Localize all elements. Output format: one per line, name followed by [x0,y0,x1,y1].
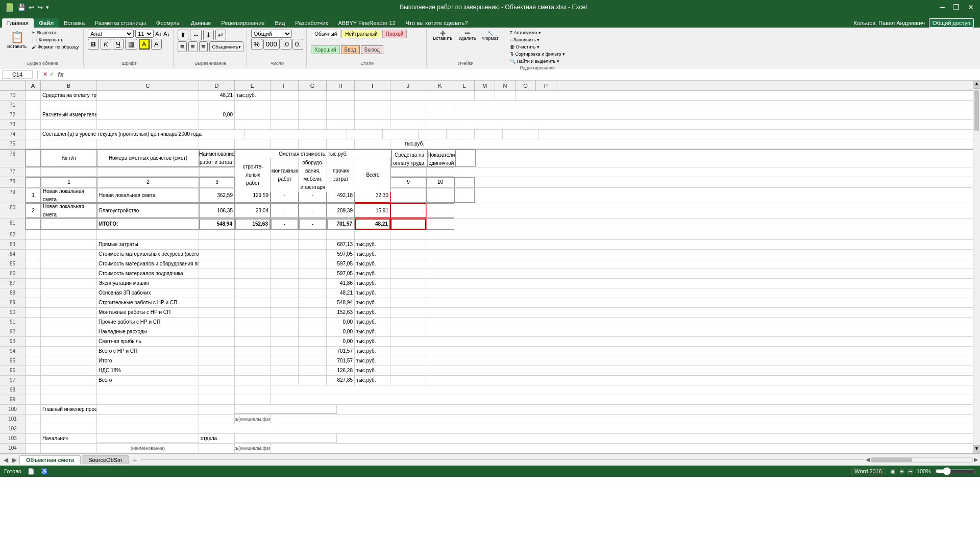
decrease-decimal-button[interactable]: 0. [292,39,303,50]
col-header-O[interactable]: O [516,81,536,90]
cell-D72[interactable]: 0,00 [199,110,235,119]
cell-H89[interactable]: 548,94 [327,298,355,307]
find-select-button[interactable]: 🔍 Найти и выделить ▾ [508,58,561,64]
close-btn[interactable]: ✕ [966,3,976,11]
col-header-H[interactable]: H [327,81,355,90]
select-all-button[interactable] [0,81,26,90]
cell-header-sredstva[interactable]: Средства на оплату труда, тыс. руб. [391,150,427,167]
decrease-font-icon[interactable]: A↓ [163,31,170,37]
cell-C72[interactable] [97,110,199,119]
hscroll-right-btn[interactable]: ▶ [974,456,978,463]
rows-scroll[interactable]: A B C D E F G H I J K L M N O P 70 Средс… [0,81,973,453]
cell-E80[interactable]: 23,04 [235,203,271,218]
cell-C80[interactable]: Благоустройство [97,203,199,218]
cell-H85[interactable]: 597,05 [327,259,355,269]
cell-F70[interactable] [271,91,299,100]
cell-D81[interactable]: 548,94 [199,218,235,230]
zoom-slider[interactable] [935,467,976,475]
cell-header-smeta[interactable]: Номера сметных расчетов (смет) [97,150,199,167]
format-painter-button[interactable]: 🖌 Формат по образцу [30,44,80,50]
cell-K70[interactable] [426,91,454,100]
increase-decimal-button[interactable]: .0 [281,39,291,50]
cell-I87[interactable]: тыс.руб. [355,279,390,288]
cell-B100[interactable]: Главный инженер проекта [41,405,97,414]
tab-home[interactable]: Главная [2,18,34,28]
style-output[interactable]: Вывод [361,45,383,54]
col-header-L[interactable]: L [454,81,475,90]
cell-I93[interactable]: тыс.руб. [355,337,390,346]
cell-C95[interactable]: Итого [97,356,199,366]
cell-header-oborudo[interactable]: оборудо-вания,мебели,инвентаря [299,158,327,192]
cell-I95[interactable]: тыс.руб. [355,356,390,366]
cell-D71[interactable] [199,101,235,110]
cell-I70[interactable] [355,91,390,100]
cell-I96[interactable]: тыс.руб. [355,366,390,375]
cell-N70[interactable] [495,91,516,100]
cell-G70[interactable] [299,91,327,100]
cell-D103[interactable]: отдела [199,434,235,443]
cell-H97[interactable]: 827,85 [327,376,355,385]
horizontal-scrollbar[interactable] [871,457,973,463]
cell-J79[interactable] [390,188,426,203]
cell-H81[interactable]: 701,57 [327,218,355,230]
cell-I80[interactable]: 15,91 [355,203,390,218]
cell-C81[interactable]: ИТОГО: [97,218,199,230]
cell-A70[interactable] [26,91,41,100]
sheet-tab-sourceobsm[interactable]: SourceObSm [82,455,129,464]
cell-D78[interactable]: 3 [199,177,235,187]
scroll-track[interactable] [973,89,980,445]
tab-view[interactable]: Вид [270,18,290,28]
cell-M70[interactable] [475,91,495,100]
cell-I71[interactable] [355,101,390,110]
insert-cells-button[interactable]: ➕ Вставить [431,30,454,42]
align-top-button[interactable]: ⬆ [178,30,188,40]
cell-G71[interactable] [299,101,327,110]
cell-A71[interactable] [26,101,41,110]
cell-E70[interactable]: тыс.руб. [235,91,271,100]
add-sheet-button[interactable]: + [130,455,140,465]
cell-C79[interactable]: Новая локальная смета [97,188,199,203]
cell-A72[interactable] [26,110,41,119]
cell-J78[interactable]: 9 [390,177,426,187]
cell-C89[interactable]: Строительные работы с НР и СП [97,298,199,307]
font-color-button[interactable]: А [151,39,162,50]
cell-J71[interactable] [390,101,426,110]
minimize-btn[interactable]: ─ [938,3,947,11]
sheet-tab-objectnaya[interactable]: Объектная смета [19,455,81,465]
vertical-scrollbar[interactable]: ▲ ▼ [973,81,980,453]
cell-H71[interactable] [327,101,355,110]
cell-E101[interactable]: [подпись(инициалы,фамилия)] [235,415,271,424]
cell-I89[interactable]: тыс.руб. [355,298,390,307]
cell-C83[interactable]: Прямые затраты [97,240,199,249]
cell-header-vsego[interactable]: Всего [355,158,391,192]
cell-F81[interactable]: - [271,218,299,230]
cell-H90[interactable]: 152,63 [327,308,355,317]
cell-header-prochie[interactable]: прочихзатрат [327,158,355,192]
fill-button[interactable]: ↓ Заполнить ▾ [508,37,542,43]
cell-H92[interactable]: 0,00 [327,327,355,336]
cell-G72[interactable] [299,110,327,119]
align-middle-button[interactable]: ↔ [190,30,202,40]
cell-H87[interactable]: 41,86 [327,279,355,288]
col-header-M[interactable]: M [475,81,495,90]
confirm-formula-icon[interactable]: ✓ [50,71,54,78]
cell-C87[interactable]: Эксплуатация машин [97,279,199,288]
hscroll-thumb[interactable] [871,458,912,462]
cell-I92[interactable]: тыс.руб. [355,327,390,336]
cell-I85[interactable]: тыс.руб. [355,259,390,269]
cell-F72[interactable] [271,110,299,119]
tab-data[interactable]: Данные [186,18,216,28]
cell-F71[interactable] [271,101,299,110]
cell-I94[interactable]: тыс.руб. [355,347,390,356]
percent-button[interactable]: % [251,39,262,50]
cell-I81[interactable]: 48,21 [355,218,390,230]
col-header-P[interactable]: P [536,81,556,90]
cell-H86[interactable]: 597,05 [327,269,355,278]
cell-H96[interactable]: 126,28 [327,366,355,375]
delete-cells-button[interactable]: ➖ Удалить [456,30,478,42]
cell-C84[interactable]: Стоимость материальных ресурсов (всего) [97,250,199,259]
cell-B71[interactable] [41,101,97,110]
cell-C86[interactable]: Стоимость материалов подрядчика [97,269,199,278]
cell-B70[interactable]: Средства на оплату труда [41,91,97,100]
font-size-select[interactable]: 11 [135,30,154,38]
